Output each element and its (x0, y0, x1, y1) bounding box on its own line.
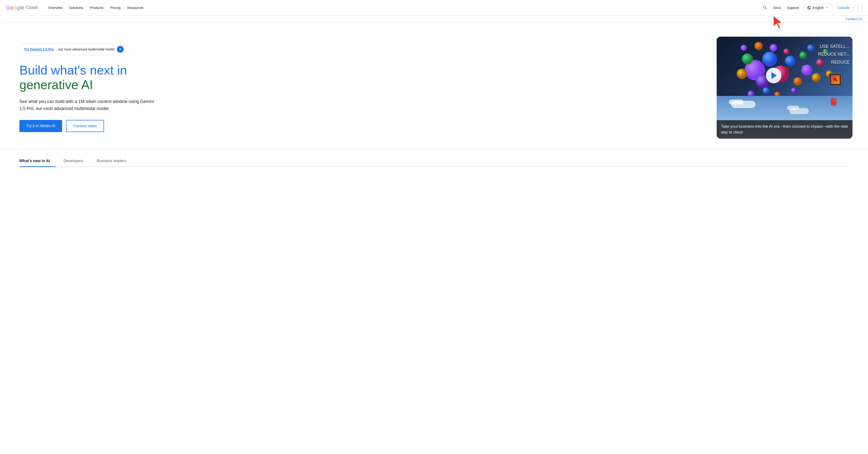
svg-point-8 (770, 44, 777, 52)
tab-developers[interactable]: Developers (64, 155, 89, 167)
svg-point-11 (783, 49, 789, 55)
gemini-banner[interactable]: Try Gemini 1.5 Pro , our most advanced m… (20, 43, 128, 55)
svg-point-12 (754, 42, 763, 50)
svg-point-6 (785, 56, 796, 66)
svg-point-16 (812, 73, 821, 82)
svg-point-17 (807, 45, 814, 51)
vertex-ai-button[interactable]: Try it in Vertex AI (20, 120, 62, 132)
svg-point-2 (762, 52, 777, 66)
contact-us-link[interactable]: Contact Us (845, 17, 862, 21)
language-button[interactable]: English (803, 4, 833, 12)
satellite-icon-box: 🛰 (829, 73, 842, 86)
svg-point-15 (791, 88, 797, 94)
nav-products[interactable]: Products (87, 4, 106, 12)
red-marker (831, 98, 836, 106)
tabs-list: What's new in AI Developers Business lea… (20, 155, 848, 167)
logo[interactable]: Google Cloud (6, 5, 38, 11)
svg-point-7 (794, 77, 802, 85)
nav-solutions[interactable]: Solutions (66, 4, 86, 12)
language-label: English (813, 6, 824, 10)
svg-point-4 (742, 53, 753, 64)
video-overlay-text: USE SATELL... REDUCE NET... REDUCE (818, 42, 849, 66)
nav-right: Docs Support English Console ⋮ (761, 3, 862, 12)
support-link[interactable]: Support (785, 4, 801, 12)
console-link[interactable]: Console (835, 4, 851, 12)
navbar: Google Cloud Overview Solutions Products… (0, 0, 868, 16)
nav-pricing[interactable]: Pricing (107, 4, 123, 12)
overlay-line1: USE SATELL... (818, 42, 849, 50)
cloud-2 (729, 100, 743, 105)
overlay-line3: REDUCE (818, 58, 849, 66)
tab-whats-new-ai[interactable]: What's new in AI (20, 155, 56, 167)
nav-links: Overview Solutions Products Pricing Reso… (45, 4, 761, 12)
svg-point-10 (763, 87, 770, 94)
search-button[interactable] (761, 3, 770, 12)
svg-point-21 (741, 45, 747, 51)
hero-video-area: USE SATELL... REDUCE NET... REDUCE 🛰 Tak… (717, 37, 852, 139)
hero-title-line2: generative AI (20, 78, 93, 92)
video-caption: Take your business into the AI era—from … (717, 120, 852, 139)
cloud-4 (787, 106, 799, 110)
svg-point-9 (737, 69, 747, 79)
gemini-banner-text: , our most advanced multimodal model (56, 47, 115, 51)
hero-description: See what you can build with a 1M token c… (20, 98, 155, 112)
svg-point-13 (799, 52, 807, 59)
google-logo: Google (6, 5, 24, 11)
nav-overview[interactable]: Overview (45, 4, 65, 12)
svg-point-14 (801, 64, 812, 76)
hero-content: Try Gemini 1.5 Pro , our most advanced m… (20, 43, 155, 132)
play-button[interactable] (766, 68, 781, 83)
hero-title: Build what's next in generative AI (20, 63, 155, 92)
docs-link[interactable]: Docs (772, 4, 783, 12)
video-caption-text: Take your business into the AI era—from … (721, 124, 848, 134)
hero-section: Try Gemini 1.5 Pro , our most advanced m… (0, 23, 868, 149)
banner-arrow-icon (117, 46, 124, 53)
tab-business-leaders[interactable]: Business leaders (97, 155, 132, 167)
more-options-button[interactable]: ⋮ (854, 3, 862, 12)
hero-title-line1: Build what's next in (20, 63, 127, 77)
contact-row: Contact Us (0, 16, 868, 23)
gemini-banner-link[interactable]: Try Gemini 1.5 Pro (24, 47, 54, 51)
overlay-line2: REDUCE NET... (818, 50, 849, 58)
contact-sales-button[interactable]: Contact sales (66, 120, 104, 132)
video-container[interactable]: USE SATELL... REDUCE NET... REDUCE 🛰 Tak… (717, 37, 852, 139)
tabs-section: What's new in AI Developers Business lea… (0, 149, 868, 167)
nav-resources[interactable]: Resources (124, 4, 147, 12)
satellite-icon: 🛰 (831, 75, 840, 84)
hero-actions: Try it in Vertex AI Contact sales (20, 120, 155, 132)
cloud-label: Cloud (26, 5, 38, 10)
